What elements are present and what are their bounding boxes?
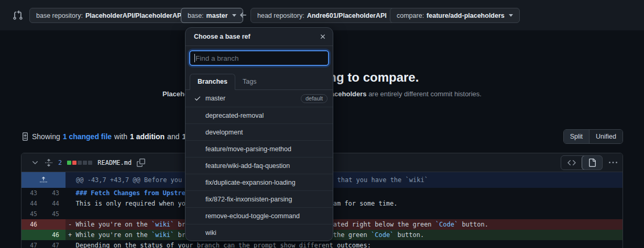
chevron-down-icon[interactable] (31, 159, 39, 167)
summary-prefix: Showing (32, 132, 60, 141)
old-line-number[interactable]: 47 (21, 240, 43, 248)
diff-view-toggle: Split Unified (563, 129, 623, 144)
branch-search-input[interactable]: Find a branch (189, 50, 329, 66)
branch-name: remove-ecloud-toggle-command (205, 212, 328, 220)
base-ref-label: base: (188, 12, 204, 19)
diffstat-addition-square (67, 161, 71, 165)
code-text: + While you're on the `wiki` branch, you… (66, 230, 623, 240)
branch-item-feature/wiki-add-faq-question[interactable]: feature/wiki-add-faq-question (185, 157, 333, 174)
diffstat-neutral-square (78, 161, 82, 165)
search-placeholder: Find a branch (195, 54, 239, 62)
base-ref-selector[interactable]: base:master (181, 8, 243, 23)
branch-item-wiki[interactable]: wiki (185, 224, 333, 241)
close-icon[interactable] (319, 33, 326, 40)
additions-count: 1 addition (130, 132, 165, 141)
base-repository-value: PlaceholderAPI/PlaceholderAPI (85, 12, 183, 19)
head-repository-selector[interactable]: head repository:Andre601/PlaceholderAPI (250, 8, 402, 23)
base-ref-value: master (206, 12, 228, 19)
base-repository-selector[interactable]: base repository:PlaceholderAPI/Placehold… (29, 8, 199, 23)
code-text (66, 209, 623, 219)
text-caret (194, 54, 195, 62)
changed-lines-count: 2 (58, 159, 62, 166)
branch-name: feature/wiki-add-faq-question (205, 162, 328, 170)
file-name: README.md (97, 159, 132, 166)
code-text: ### Fetch Changes from Upstream (66, 188, 623, 198)
message-text: are entirely different commit histories. (367, 90, 482, 98)
branch-name: master (205, 95, 301, 102)
code-text: - While you're on the `wiki` branch, you… (66, 219, 623, 230)
compare-ref-label: compare: (397, 12, 424, 19)
source-view-button[interactable] (561, 156, 582, 170)
ref-filter-area: Find a branch (185, 46, 333, 69)
code-text: This is only required when your fork has… (66, 198, 623, 209)
tab-tags[interactable]: Tags (235, 74, 264, 89)
new-line-number[interactable]: 46 (43, 230, 66, 240)
rich-diff-button[interactable] (582, 155, 603, 170)
new-line-number[interactable]: 47 (43, 240, 66, 248)
expand-up-icon[interactable] (21, 172, 66, 188)
compare-page: base repository:PlaceholderAPI/Placehold… (0, 0, 644, 248)
branch-name: fix/duplicate-expansion-loading (205, 179, 328, 186)
summary-text: and (167, 132, 179, 141)
ref-menu-header: Choose a base ref (185, 28, 333, 46)
branch-item-master[interactable]: masterdefault (185, 90, 333, 107)
check-icon (194, 95, 205, 102)
old-line-number[interactable]: 43 (21, 188, 43, 198)
summary-text: with (114, 132, 127, 141)
changed-files-link[interactable]: 1 changed file (63, 132, 112, 141)
head-repository-value: Andre601/PlaceholderAPI (307, 12, 387, 19)
branch-name: feature/move-parsing-method (205, 145, 328, 153)
unfold-icon[interactable] (45, 159, 53, 167)
branch-item-deprecated-removal[interactable]: deprecated-removal (185, 107, 333, 123)
hunk-header-text: @@ -43,7 +43,7 @@ Before you make any ch… (66, 172, 623, 188)
branch-name: fix/872-fix-inxonsisten-parsing (205, 196, 328, 203)
arrow-left-icon (239, 11, 247, 19)
old-line-number[interactable] (21, 230, 43, 240)
new-line-number[interactable] (43, 219, 66, 230)
diffstat-squares (67, 161, 92, 165)
diffstat-deletion-square (72, 161, 77, 165)
branch-item-development[interactable]: development (185, 123, 333, 140)
split-view-button[interactable]: Split (564, 130, 589, 143)
new-line-number[interactable]: 44 (43, 198, 66, 209)
new-line-number[interactable]: 43 (43, 188, 66, 198)
base-repository-label: base repository: (36, 12, 83, 19)
branch-item-feature/move-parsing-method[interactable]: feature/move-parsing-method (185, 140, 333, 157)
kebab-menu-icon[interactable] (609, 159, 617, 167)
branch-name: development (205, 129, 328, 136)
branch-item-fix/872-fix-inxonsisten-parsing[interactable]: fix/872-fix-inxonsisten-parsing (185, 190, 333, 207)
default-badge: default (301, 94, 328, 103)
compare-ref-selector[interactable]: compare:feature/add-placeholders (390, 8, 520, 23)
compare-ref-value: feature/add-placeholders (427, 12, 505, 19)
code-text: Depending on the status of your branch c… (66, 240, 623, 248)
branch-item-fix/duplicate-expansion-loading[interactable]: fix/duplicate-expansion-loading (185, 174, 333, 190)
old-line-number[interactable]: 46 (21, 219, 43, 230)
new-line-number[interactable]: 45 (43, 209, 66, 219)
diff-line-47: 4747 Depending on the status of your bra… (21, 240, 623, 248)
base-ref-menu: Choose a base ref Find a branch Branches… (185, 27, 333, 241)
caret-down-icon (232, 14, 236, 17)
ref-type-tabs: Branches Tags (185, 74, 333, 90)
branch-name: deprecated-removal (205, 112, 328, 119)
compare-toolbar: base repository:PlaceholderAPI/Placehold… (0, 0, 644, 30)
unified-view-button[interactable]: Unified (589, 130, 623, 143)
caret-down-icon (509, 14, 513, 17)
copy-icon[interactable] (137, 159, 145, 167)
diffstat-neutral-square (83, 161, 87, 165)
git-compare-icon (13, 10, 23, 20)
head-repository-label: head repository: (257, 12, 304, 19)
branch-list: masterdefaultdeprecated-removaldevelopme… (185, 90, 333, 241)
tab-branches[interactable]: Branches (190, 74, 235, 90)
old-line-number[interactable]: 44 (21, 198, 43, 209)
diffstat-neutral-square (88, 161, 92, 165)
old-line-number[interactable]: 45 (21, 209, 43, 219)
branch-name: wiki (205, 229, 328, 236)
ref-menu-title: Choose a base ref (194, 33, 319, 40)
file-diff-icon (21, 132, 29, 141)
branch-item-remove-ecloud-toggle-command[interactable]: remove-ecloud-toggle-command (185, 207, 333, 224)
diff-display-toggle (561, 155, 603, 170)
